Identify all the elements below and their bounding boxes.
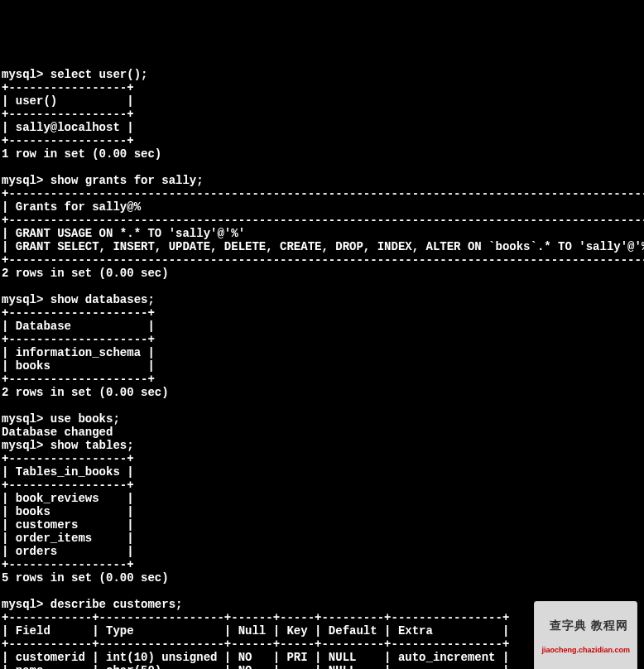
terminal-line: mysql> use books; [2, 412, 644, 426]
terminal-line: +-----------------+ [2, 81, 644, 94]
terminal-line: | Database | [2, 320, 644, 333]
terminal-line: Database changed [2, 426, 644, 439]
terminal-line: mysql> select user(); [2, 68, 644, 81]
terminal-line: | order_items | [2, 532, 644, 545]
terminal-line: +--------------------+ [2, 333, 644, 346]
terminal-output[interactable]: mysql> select user();+-----------------+… [0, 66, 644, 669]
watermark-sub: jiaocheng.chazidian.com [541, 643, 630, 657]
terminal-line: +--------------------+ [2, 373, 644, 386]
terminal-line: | GRANT SELECT, INSERT, UPDATE, DELETE, … [2, 240, 644, 253]
terminal-line: | GRANT USAGE ON *.* TO 'sally'@'%' | [2, 227, 644, 240]
terminal-line: | books | [2, 359, 644, 373]
terminal-line: +-----------------+ [2, 558, 644, 571]
terminal-line: 2 rows in set (0.00 sec) [2, 267, 644, 280]
terminal-line [2, 280, 644, 293]
terminal-line: +-----------------+ [2, 452, 644, 465]
terminal-line: +---------------------------------------… [2, 214, 644, 227]
terminal-line: mysql> show tables; [2, 439, 644, 452]
terminal-line: | Grants for sally@% | [2, 200, 644, 214]
terminal-line: | book_reviews | [2, 492, 644, 505]
terminal-line: 1 row in set (0.00 sec) [2, 147, 644, 161]
terminal-line: 5 rows in set (0.00 sec) [2, 571, 644, 585]
terminal-line: | user() | [2, 94, 644, 108]
terminal-line: | books | [2, 505, 644, 518]
terminal-line: +---------------------------------------… [2, 253, 644, 267]
terminal-line [2, 585, 644, 598]
terminal-line: +-----------------+ [2, 479, 644, 492]
terminal-line: | sally@localhost | [2, 121, 644, 134]
terminal-line: +-----------------+ [2, 108, 644, 121]
terminal-line: +-----------------+ [2, 134, 644, 147]
terminal-line: 2 rows in set (0.00 sec) [2, 386, 644, 399]
terminal-line: mysql> show databases; [2, 293, 644, 306]
terminal-line: | orders | [2, 545, 644, 558]
terminal-line [2, 399, 644, 412]
terminal-line [2, 161, 644, 174]
terminal-line: +--------------------+ [2, 306, 644, 320]
terminal-line: | customers | [2, 518, 644, 532]
watermark: 查字典 教程网 jiaocheng.chazidian.com [534, 601, 637, 669]
terminal-line: mysql> show grants for sally; [2, 174, 644, 187]
watermark-main: 查字典 教程网 [550, 618, 628, 632]
terminal-line: | Tables_in_books | [2, 465, 644, 479]
terminal-line: | information_schema | [2, 346, 644, 359]
terminal-line: +---------------------------------------… [2, 187, 644, 200]
